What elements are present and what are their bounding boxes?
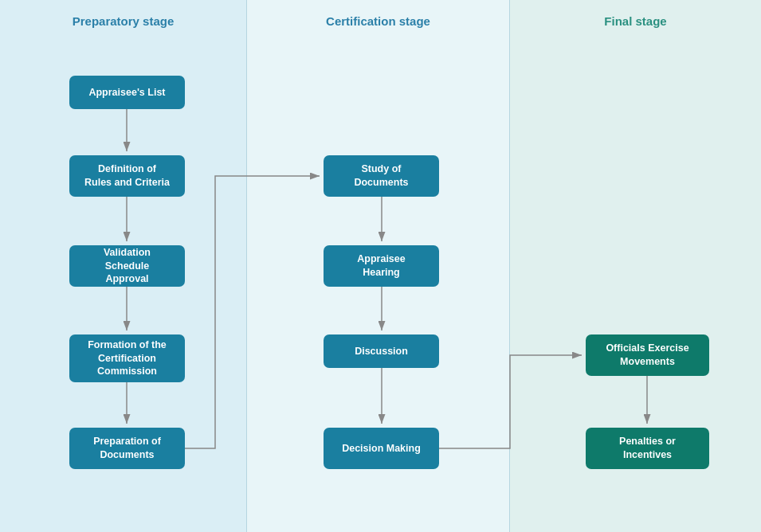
decision-making-node: Decision Making	[324, 428, 439, 469]
definition-rules-node: Definition of Rules and Criteria	[69, 155, 185, 197]
appraisees-list-node: Appraisee's List	[69, 76, 185, 109]
preparatory-stage-title: Preparatory stage	[0, 0, 246, 36]
diagram-wrapper: Preparatory stage Certification stage Fi…	[0, 0, 761, 532]
preparation-docs-node: Preparation of Documents	[69, 428, 185, 469]
appraisee-hearing-node: Appraisee Hearing	[324, 245, 439, 287]
final-stage-title: Final stage	[510, 0, 761, 36]
study-documents-node: Study of Documents	[324, 155, 439, 197]
penalties-incentives-node: Penalties or Incentives	[586, 428, 709, 469]
formation-commission-node: Formation of the Certification Commissio…	[69, 334, 185, 382]
officials-exercise-node: Officials Exercise Movements	[586, 334, 709, 376]
discussion-node: Discussion	[324, 334, 439, 368]
certification-stage-title: Certification stage	[247, 0, 509, 36]
validation-schedule-node: Validation Schedule Approval	[69, 245, 185, 287]
